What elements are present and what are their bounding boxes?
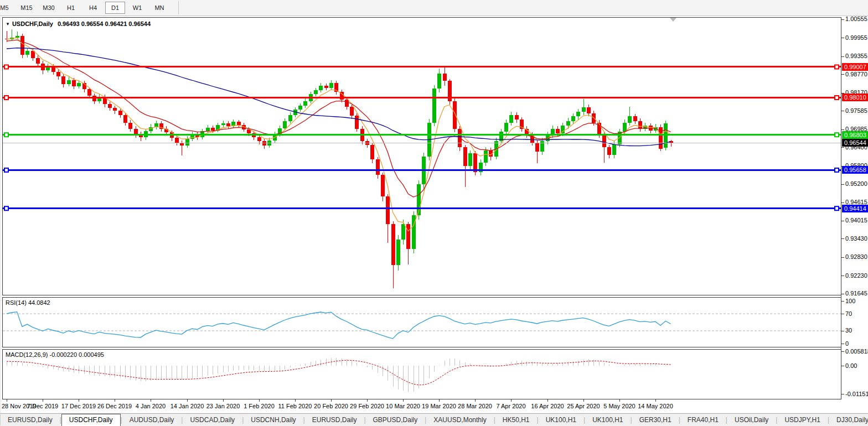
price-tick-mark: [841, 202, 844, 203]
ma-medium-line: [7, 40, 671, 197]
date-label: 10 Mar 2020: [386, 403, 420, 409]
price-tick-mark: [841, 74, 844, 75]
price-tick-label: 0.99355: [845, 53, 867, 59]
date-label: 19 Mar 2020: [422, 403, 456, 409]
price-tick-label: 1.00555: [845, 15, 867, 22]
macd-chart-canvas[interactable]: [3, 350, 841, 399]
price-tick-mark: [841, 111, 844, 111]
date-tick-mark: [403, 399, 404, 402]
price-tick-mark: [841, 238, 844, 239]
date-tick-mark: [259, 399, 260, 402]
rsi-tick-label: 0: [845, 340, 849, 347]
rsi-tick-mark: [841, 344, 844, 344]
date-label: 16 Apr 2020: [531, 403, 564, 409]
price-tick-label: 0.95200: [845, 180, 867, 187]
date-label: 7 Dec 2019: [27, 403, 58, 409]
date-label: 11 Feb 2020: [278, 403, 312, 409]
chart-tab-xauusd-monthly[interactable]: XAUUSD,Monthly: [426, 415, 493, 425]
chart-tab-usdcad-daily[interactable]: USDCAD,Daily: [183, 415, 242, 425]
chart-tab-usoil-daily[interactable]: USOil,Daily: [727, 415, 776, 425]
chart-tab-usdcnh-daily[interactable]: USDCNH,Daily: [244, 415, 303, 425]
rsi-tick-label: 70: [845, 310, 852, 317]
price-tick-label: 0.93430: [845, 235, 867, 242]
price-tick-mark: [841, 221, 844, 221]
chart-tab-uk100-h1[interactable]: UK100,H1: [585, 415, 630, 425]
rsi-tick-mark: [841, 331, 844, 331]
ohlc-values: 0.96493 0.96554 0.96421 0.96544: [58, 20, 151, 27]
date-tick-mark: [223, 399, 224, 402]
timeframe-button-m15[interactable]: M15: [17, 2, 37, 14]
rsi-tick-label: 100: [845, 298, 855, 304]
date-label: 25 Apr 2020: [567, 403, 600, 409]
date-label: 28 Mar 2020: [458, 403, 492, 409]
chart-tab-audusd-daily[interactable]: AUDUSD,Daily: [122, 415, 182, 425]
chart-tab-eurusd-daily[interactable]: EURUSD,Daily: [305, 415, 364, 425]
chart-tab-eurusd-daily[interactable]: EURUSD,Daily: [1, 415, 60, 425]
date-label: 14 May 2020: [638, 403, 673, 409]
chart-tab-usdchf-daily[interactable]: USDCHF,Daily: [61, 414, 121, 426]
chart-tab-gbpusd-daily[interactable]: GBPUSD,Daily: [366, 415, 425, 425]
timeframe-button-mn[interactable]: MN: [149, 2, 169, 14]
date-label: 29 Feb 2020: [350, 403, 384, 409]
date-tick-mark: [331, 399, 332, 402]
date-tick-mark: [7, 399, 7, 402]
price-chart-canvas[interactable]: [3, 18, 841, 295]
chart-tab-bar: EURUSD,Daily|USDCHF,Daily|AUDUSD,Daily|U…: [0, 413, 868, 426]
price-tick-mark: [841, 184, 844, 185]
chart-tab-ger30-h1[interactable]: GER30,H1: [632, 415, 679, 425]
timeframe-button-m30[interactable]: M30: [39, 2, 59, 14]
date-tick-mark: [619, 399, 620, 402]
timeframe-button-w1[interactable]: W1: [127, 2, 147, 14]
date-tick-mark: [187, 399, 188, 402]
date-label: 5 May 2020: [603, 403, 635, 409]
timeframe-button-h4[interactable]: H4: [83, 2, 103, 14]
level-line-0.96803[interactable]: [3, 133, 841, 137]
price-badge-level[interactable]: 0.98010: [842, 93, 868, 101]
price-badge-level[interactable]: 0.95658: [842, 166, 868, 174]
price-tick-label: 0.98770: [845, 71, 867, 77]
level-line-0.94414[interactable]: [3, 206, 841, 210]
price-tick-mark: [841, 147, 844, 148]
macd-tick-mark: [841, 394, 844, 394]
price-badge-level[interactable]: 0.99007: [842, 63, 868, 71]
date-tick-mark: [115, 399, 115, 402]
price-badge-level[interactable]: 0.96803: [842, 131, 868, 139]
level-line-0.99007[interactable]: [3, 65, 841, 69]
date-label: 26 Dec 2019: [97, 403, 132, 409]
macd-tick-label: -0.011514: [845, 391, 868, 397]
date-tick-mark: [151, 399, 151, 402]
timeframe-button-m5[interactable]: M5: [0, 2, 14, 14]
date-label: 4 Jan 2020: [136, 403, 166, 409]
symbol-label: USDCHF,Daily: [12, 20, 53, 27]
rsi-tick-label: 30: [845, 327, 852, 334]
date-tick-mark: [79, 399, 79, 402]
rsi-indicator-label: RSI(14) 44.0842: [6, 299, 50, 306]
chart-tab-uk100-h1[interactable]: UK100,H1: [539, 415, 583, 425]
date-label: 7 Apr 2020: [496, 403, 525, 409]
price-tick-mark: [841, 129, 844, 130]
date-label: 14 Jan 2020: [170, 403, 204, 409]
level-line-0.98010[interactable]: [3, 96, 841, 100]
price-tick-label: 0.97585: [845, 107, 867, 114]
symbol-dropdown-icon[interactable]: ▼: [6, 22, 10, 27]
rsi-tick-mark: [841, 301, 844, 302]
macd-tick-label: 0.005818: [845, 348, 868, 355]
date-label: 1 Feb 2020: [244, 403, 275, 409]
level-line-0.95658[interactable]: [3, 168, 841, 172]
timeframe-group: M5M15M30H1H4D1W1MN: [0, 2, 170, 14]
rsi-chart-canvas[interactable]: [3, 298, 841, 347]
chart-shift-marker-icon[interactable]: [670, 18, 676, 22]
chart-tab-fra40-h1[interactable]: FRA40,H1: [680, 415, 726, 425]
price-badge-level[interactable]: 0.94414: [842, 205, 868, 212]
chart-tab-dj30-daily[interactable]: DJ30,Daily: [829, 415, 868, 425]
chart-title: ▼USDCHF,Daily0.96493 0.96554 0.96421 0.9…: [6, 20, 151, 27]
timeframe-button-h1[interactable]: H1: [61, 2, 81, 14]
price-tick-mark: [841, 19, 844, 20]
chart-tab-usdjpy-h1[interactable]: USDJPY,H1: [777, 415, 827, 425]
chart-tab-hk50-h1[interactable]: HK50,H1: [495, 415, 537, 425]
date-tick-mark: [43, 399, 43, 402]
macd-tick-mark: [841, 366, 844, 366]
timeframe-button-d1[interactable]: D1: [105, 2, 125, 14]
price-tick-mark: [841, 257, 844, 258]
date-tick-mark: [547, 399, 548, 402]
